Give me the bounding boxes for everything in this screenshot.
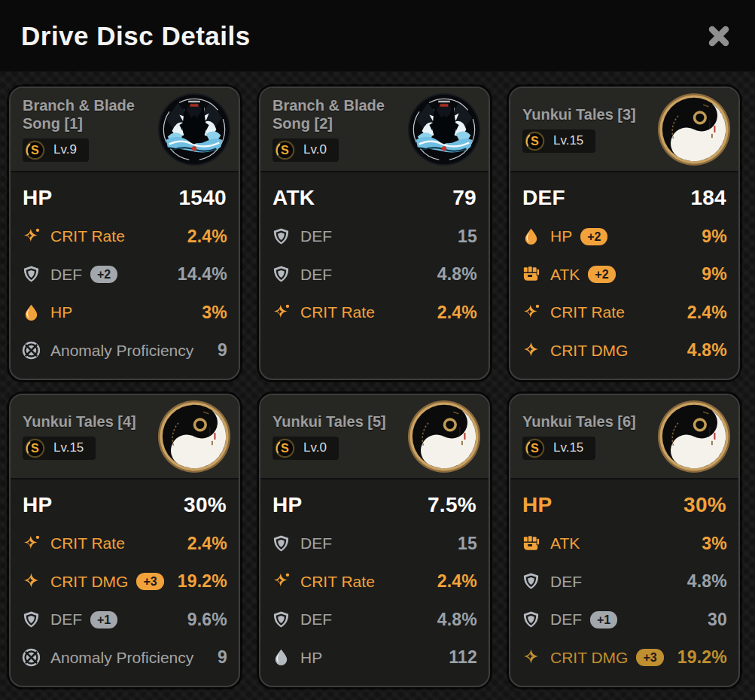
substat-label: DEF <box>550 610 582 628</box>
def-icon <box>522 610 540 629</box>
disc-card: Branch & Blade Song [2]SLv.0ATK79DEF15DE… <box>259 87 490 380</box>
crit-dmg-icon <box>22 572 41 591</box>
substat-value: 15 <box>458 227 477 247</box>
main-stat-label: ATK <box>272 186 315 210</box>
disc-card: Yunkui Tales [5]SLv.0HP7.5%DEF15CRIT Rat… <box>259 394 490 687</box>
substat-value: 2.4% <box>437 303 477 323</box>
disc-card-body: HP7.5%DEF15CRIT Rate2.4%DEF4.8%HP112 <box>260 479 489 677</box>
substat-row: HP+29% <box>522 218 727 256</box>
substat-row: Anomaly Proficiency9 <box>22 332 227 370</box>
substat-value: 112 <box>449 647 477 668</box>
rank-letter: S <box>531 441 539 455</box>
substat-label: DEF <box>550 573 582 591</box>
crit-dmg-icon <box>522 341 540 360</box>
substat-label: DEF <box>300 610 332 628</box>
level-badge: SLv.9 <box>23 138 89 162</box>
yunkui-tales-disc-art <box>157 400 231 473</box>
level-badge: SLv.0 <box>272 437 339 460</box>
anomaly-icon <box>22 648 41 667</box>
modal-title: Drive Disc Details <box>21 21 251 51</box>
substat-row: DEF4.8% <box>272 601 477 639</box>
def-icon <box>272 265 291 284</box>
substat-row: ATK3% <box>522 525 727 563</box>
substat-value: 9% <box>702 264 727 285</box>
card-grid: Branch & Blade Song [1]SLv.9HP1540CRIT R… <box>0 72 755 687</box>
disc-name: Yunkui Tales [3] <box>522 106 636 124</box>
substat-value: 9 <box>218 340 227 361</box>
disc-card: Yunkui Tales [4]SLv.15HP30%CRIT Rate2.4%… <box>9 394 240 687</box>
substat-label: CRIT DMG <box>550 342 628 360</box>
disc-card-header-text: Yunkui Tales [3]SLv.15 <box>522 106 636 153</box>
main-stat-row: HP30% <box>522 487 727 525</box>
substat-value: 4.8% <box>437 264 477 285</box>
main-stat-value: 30% <box>184 493 227 517</box>
substat-row: Anomaly Proficiency9 <box>22 639 227 677</box>
rank-s-icon: S <box>525 131 545 151</box>
disc-card-body: HP30%ATK3%DEF4.8%DEF+130CRIT DMG+319.2% <box>510 479 738 677</box>
main-stat-label: HP <box>23 186 53 210</box>
substat-upgrade-badge: +2 <box>588 266 615 283</box>
substat-value: 19.2% <box>677 647 727 668</box>
main-stat-value: 184 <box>690 186 726 210</box>
hp-icon <box>22 303 41 322</box>
substat-label: CRIT DMG <box>50 573 128 591</box>
substat-value: 2.4% <box>687 303 727 323</box>
level-badge: SLv.15 <box>522 129 595 153</box>
rank-letter: S <box>281 441 289 455</box>
substat-label: CRIT Rate <box>300 303 375 321</box>
crit-rate-icon <box>22 534 41 553</box>
close-button[interactable] <box>701 18 737 54</box>
substat-row: HP112 <box>272 639 477 677</box>
rank-letter: S <box>31 143 39 157</box>
close-icon <box>705 41 732 52</box>
main-stat-value: 30% <box>683 493 726 517</box>
disc-level: Lv.0 <box>303 142 327 157</box>
hp-icon <box>522 227 540 246</box>
def-icon <box>272 534 291 553</box>
substat-label: Anomaly Proficiency <box>50 342 193 360</box>
substat-upgrade-badge: +1 <box>590 611 617 628</box>
substat-row: DEF15 <box>272 218 477 256</box>
def-icon <box>522 572 540 591</box>
substat-label: DEF <box>300 534 332 552</box>
substat-upgrade-badge: +2 <box>580 228 607 245</box>
substat-value: 9.6% <box>187 610 227 630</box>
disc-name: Yunkui Tales [6] <box>522 413 636 431</box>
main-stat-row: ATK79 <box>272 180 477 218</box>
substat-row: CRIT Rate2.4% <box>272 563 477 601</box>
disc-name: Yunkui Tales [5] <box>272 413 386 431</box>
substat-value: 9% <box>702 227 727 247</box>
disc-level: Lv.9 <box>53 142 77 157</box>
def-icon <box>272 610 291 629</box>
substat-label: Anomaly Proficiency <box>50 649 193 667</box>
disc-level: Lv.15 <box>553 133 583 148</box>
anomaly-icon <box>22 341 41 360</box>
crit-dmg-icon <box>522 648 540 667</box>
rank-s-icon: S <box>275 438 295 458</box>
disc-card-header-text: Branch & Blade Song [2]SLv.0 <box>272 97 399 161</box>
yunkui-tales-disc-art <box>407 400 481 473</box>
substat-value: 4.8% <box>437 610 477 630</box>
main-stat-value: 1540 <box>179 186 227 210</box>
crit-rate-icon <box>522 303 540 322</box>
substat-upgrade-badge: +2 <box>90 266 117 283</box>
crit-rate-icon <box>272 303 291 322</box>
substat-row: CRIT Rate2.4% <box>22 218 227 256</box>
substat-value: 30 <box>708 610 727 630</box>
rank-s-icon: S <box>275 140 295 160</box>
substat-value: 2.4% <box>187 534 227 554</box>
main-stat-row: DEF184 <box>522 180 727 218</box>
yunkui-tales-disc-art <box>657 93 731 166</box>
disc-card-header: Yunkui Tales [3]SLv.15 <box>510 88 738 172</box>
substat-row: CRIT Rate2.4% <box>522 294 727 332</box>
substat-label: DEF <box>300 227 332 245</box>
level-badge: SLv.0 <box>272 138 339 162</box>
substat-value: 2.4% <box>187 227 227 247</box>
main-stat-label: HP <box>522 493 553 517</box>
main-stat-label: DEF <box>522 186 565 210</box>
substat-row: ATK+29% <box>522 256 727 294</box>
substat-row: DEF+19.6% <box>22 601 227 639</box>
disc-card-header-text: Yunkui Tales [4]SLv.15 <box>23 413 136 460</box>
rank-letter: S <box>531 134 539 148</box>
substat-row: DEF+214.4% <box>22 256 227 294</box>
